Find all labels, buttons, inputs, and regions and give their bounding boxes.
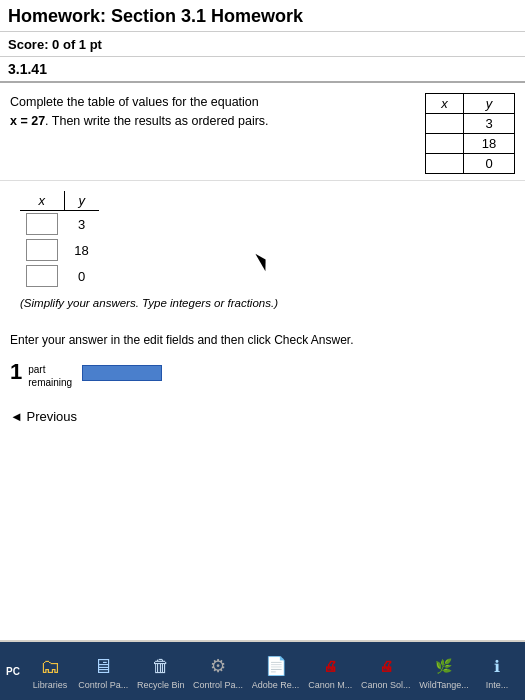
- libraries-label: Libraries: [33, 680, 68, 690]
- ref-y2: 18: [464, 134, 515, 154]
- ref-row-2: 18: [426, 134, 515, 154]
- input-x1-cell[interactable]: [20, 211, 64, 238]
- enter-answer-section: Enter your answer in the edit fields and…: [0, 315, 525, 355]
- taskbar-wildtange[interactable]: 🌿 WildTange...: [417, 650, 471, 692]
- input-row-1: 3: [20, 211, 99, 238]
- taskbar-canon-sol[interactable]: 🖨 Canon Sol...: [359, 650, 413, 692]
- input-table: x y 3 18: [20, 191, 99, 289]
- inte-icon: ℹ: [483, 652, 511, 680]
- taskbar-inte[interactable]: ℹ Inte...: [475, 650, 519, 692]
- input-y3: 0: [64, 263, 99, 289]
- input-x2-cell[interactable]: [20, 237, 64, 263]
- control-panel-1-label: Control Pa...: [78, 680, 128, 690]
- taskbar-control-panel-2[interactable]: ⚙ Control Pa...: [191, 650, 246, 692]
- recycle-bin-label: Recycle Bin: [137, 680, 185, 690]
- control-panel-2-icon: ⚙: [204, 652, 232, 680]
- part-label: part remaining: [28, 363, 72, 389]
- part-remaining-area: 1 part remaining: [0, 355, 525, 399]
- part-label-bottom: remaining: [28, 376, 72, 389]
- ref-x3: [426, 154, 464, 174]
- ref-y3: 0: [464, 154, 515, 174]
- input-x1[interactable]: [26, 213, 58, 235]
- canon-m-label: Canon M...: [308, 680, 352, 690]
- canon-m-icon: 🖨: [316, 652, 344, 680]
- problem-text: Complete the table of values for the equ…: [10, 93, 415, 174]
- ref-row-3: 0: [426, 154, 515, 174]
- problem-id-bar: 3.1.41: [0, 57, 525, 83]
- ref-col-y: y: [464, 94, 515, 114]
- score-value: 0 of 1 pt: [52, 37, 102, 52]
- taskbar-control-panel-1[interactable]: 🖥 Control Pa...: [76, 650, 131, 692]
- reference-table: x y 3 18 0: [425, 93, 515, 174]
- taskbar-recycle-bin[interactable]: 🗑 Recycle Bin: [135, 650, 187, 692]
- wildtange-label: WildTange...: [419, 680, 469, 690]
- wildtange-icon: 🌿: [430, 652, 458, 680]
- enter-answer-text: Enter your answer in the edit fields and…: [10, 333, 354, 347]
- header-bar: Homework: Section 3.1 Homework: [0, 0, 525, 32]
- part-label-top: part: [28, 363, 72, 376]
- input-col-x: x: [20, 191, 64, 211]
- input-y2: 18: [64, 237, 99, 263]
- problem-id: 3.1.41: [8, 61, 47, 77]
- adobe-label: Adobe Re...: [252, 680, 300, 690]
- problem-area: Complete the table of values for the equ…: [0, 83, 525, 181]
- ref-x2: [426, 134, 464, 154]
- main-content: Homework: Section 3.1 Homework Score: 0 …: [0, 0, 525, 640]
- libraries-icon: 🗂: [36, 652, 64, 680]
- inte-label: Inte...: [486, 680, 509, 690]
- input-row-2: 18: [20, 237, 99, 263]
- input-y1: 3: [64, 211, 99, 238]
- pc-label: PC: [6, 666, 20, 677]
- taskbar-adobe[interactable]: 📄 Adobe Re...: [249, 650, 301, 692]
- input-col-y: y: [64, 191, 99, 211]
- ref-y1: 3: [464, 114, 515, 134]
- ref-x1: [426, 114, 464, 134]
- ref-col-x: x: [426, 94, 464, 114]
- page-title: Homework: Section 3.1 Homework: [8, 6, 517, 27]
- recycle-bin-icon: 🗑: [147, 652, 175, 680]
- score-bar: Score: 0 of 1 pt: [0, 32, 525, 57]
- ref-row-1: 3: [426, 114, 515, 134]
- adobe-icon: 📄: [262, 652, 290, 680]
- input-table-area: x y 3 18: [0, 181, 525, 293]
- input-x2[interactable]: [26, 239, 58, 261]
- problem-table-right: x y 3 18 0: [425, 93, 515, 174]
- taskbar-libraries[interactable]: 🗂 Libraries: [28, 650, 72, 692]
- progress-bar: [82, 365, 162, 381]
- part-number: 1: [10, 361, 22, 383]
- canon-sol-icon: 🖨: [372, 652, 400, 680]
- score-label: Score: 0 of 1 pt: [8, 37, 102, 52]
- input-x3-cell[interactable]: [20, 263, 64, 289]
- previous-link[interactable]: ◄ Previous: [10, 409, 77, 424]
- previous-link-area[interactable]: ◄ Previous: [0, 399, 525, 434]
- control-panel-1-icon: 🖥: [89, 652, 117, 680]
- canon-sol-label: Canon Sol...: [361, 680, 411, 690]
- input-row-3: 0: [20, 263, 99, 289]
- taskbar: PC 🗂 Libraries 🖥 Control Pa... 🗑 Recycle…: [0, 642, 525, 700]
- taskbar-canon-m[interactable]: 🖨 Canon M...: [306, 650, 355, 692]
- input-x3[interactable]: [26, 265, 58, 287]
- simplify-note: (Simplify your answers. Type integers or…: [0, 293, 525, 315]
- control-panel-2-label: Control Pa...: [193, 680, 243, 690]
